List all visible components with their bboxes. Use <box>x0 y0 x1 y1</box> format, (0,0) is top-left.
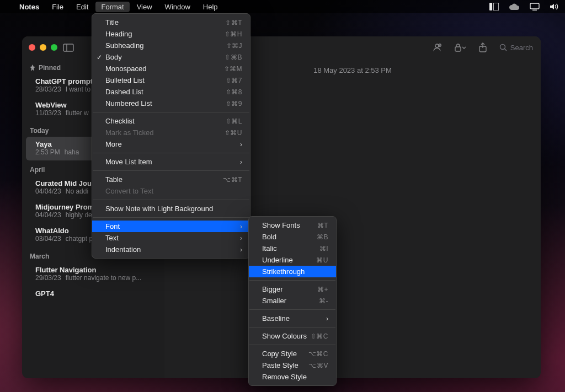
menu-shortcut: ⌘U <box>316 256 328 264</box>
font-bigger[interactable]: Bigger⌘+ <box>249 283 336 295</box>
format-more[interactable]: More› <box>92 138 250 150</box>
font-baseline[interactable]: Baseline› <box>249 313 336 324</box>
search-field[interactable]: Search <box>499 44 533 52</box>
menu-separator <box>249 309 335 310</box>
font-strikethrough[interactable]: Strikethrough <box>249 266 336 277</box>
menu-shortcut: ⇧⌘C <box>311 332 328 340</box>
menu-shortcut: ⇧⌘M <box>224 65 243 73</box>
svg-rect-1 <box>493 3 499 10</box>
menu-item-label: Bold <box>262 233 276 241</box>
format-font[interactable]: Font› <box>92 221 250 232</box>
menu-separator <box>93 153 249 153</box>
menu-separator <box>249 280 335 281</box>
note-subline: 29/03/23flutter navigate to new p... <box>35 274 157 282</box>
menu-item-label: Monospaced <box>105 65 146 73</box>
font-submenu: Show Fonts⌘TBold⌘BItalic⌘IUnderline⌘UStr… <box>248 216 337 386</box>
menubar-file[interactable]: File <box>46 2 69 12</box>
menu-item-label: Smaller <box>262 297 286 305</box>
note-list-item[interactable]: Flutter Navigation29/03/23flutter naviga… <box>22 262 164 286</box>
maximize-button[interactable] <box>51 44 57 51</box>
note-list-item[interactable]: GPT4 <box>22 286 164 302</box>
menubar-help[interactable]: Help <box>198 2 223 12</box>
chevron-right-icon: › <box>229 246 242 254</box>
menu-shortcut: ⌥⌘T <box>223 176 242 184</box>
menu-item-label: Mark as Ticked <box>105 128 153 137</box>
menu-item-label: Underline <box>262 256 293 264</box>
menu-separator <box>93 112 249 112</box>
search-placeholder: Search <box>510 44 533 52</box>
font-copy-style[interactable]: Copy Style⌥⌘C <box>249 348 336 359</box>
display-icon[interactable] <box>530 3 540 10</box>
icloud-icon[interactable] <box>509 3 520 10</box>
format-dashed-list[interactable]: Dashed List⇧⌘8 <box>92 86 250 98</box>
menu-shortcut: ⇧⌘B <box>225 53 242 61</box>
menu-shortcut: ⌘I <box>319 245 328 253</box>
menu-item-label: Text <box>105 234 119 242</box>
format-body[interactable]: ✓Body⇧⌘B <box>92 51 250 63</box>
menu-separator <box>93 217 249 218</box>
menu-item-label: Subheading <box>105 41 143 50</box>
menu-item-label: Copy Style <box>262 350 297 358</box>
collaborate-icon[interactable] <box>432 43 442 52</box>
volume-icon[interactable] <box>550 3 559 10</box>
chevron-right-icon: › <box>315 315 328 323</box>
format-monospaced[interactable]: Monospaced⇧⌘M <box>92 63 250 74</box>
toggle-sidebar-icon[interactable] <box>63 44 74 52</box>
menu-item-label: Table <box>105 175 122 184</box>
format-text[interactable]: Text› <box>92 232 250 244</box>
menu-separator <box>249 345 335 345</box>
font-smaller[interactable]: Smaller⌘- <box>249 295 336 307</box>
font-bold[interactable]: Bold⌘B <box>249 231 336 243</box>
menu-shortcut: ⇧⌘T <box>225 19 242 26</box>
menu-shortcut: ⇧⌘7 <box>226 77 242 84</box>
format-table[interactable]: Table⌥⌘T <box>92 174 250 185</box>
menu-item-label: More <box>105 140 122 148</box>
format-mark-as-ticked: Mark as Ticked⇧⌘U <box>92 127 250 138</box>
menu-shortcut: ⇧⌘L <box>226 117 242 125</box>
close-button[interactable] <box>29 44 35 51</box>
menu-item-label: Bigger <box>262 285 283 293</box>
font-remove-style[interactable]: Remove Style <box>249 371 336 383</box>
menu-item-label: Bulleted List <box>105 76 145 84</box>
format-title[interactable]: Title⇧⌘T <box>92 17 250 28</box>
svg-line-23 <box>504 49 507 51</box>
font-underline[interactable]: Underline⌘U <box>249 254 336 266</box>
format-show-note-with-light-background[interactable]: Show Note with Light Background <box>92 203 250 214</box>
menubar-edit[interactable]: Edit <box>71 2 94 12</box>
menu-item-label: Remove Style <box>262 373 307 381</box>
menubar-format[interactable]: Format <box>95 2 129 12</box>
font-show-fonts[interactable]: Show Fonts⌘T <box>249 219 336 231</box>
menu-item-label: Baseline <box>262 314 290 323</box>
note-title: GPT4 <box>35 289 157 298</box>
stage-manager-icon[interactable] <box>489 3 499 10</box>
format-move-list-item[interactable]: Move List Item› <box>92 156 250 168</box>
format-numbered-list[interactable]: Numbered List⇧⌘9 <box>92 98 250 109</box>
menu-item-label: Checklist <box>105 117 135 125</box>
menu-shortcut: ⇧⌘U <box>225 129 242 137</box>
chevron-right-icon: › <box>229 234 242 242</box>
format-bulleted-list[interactable]: Bulleted List⇧⌘7 <box>92 74 250 86</box>
font-italic[interactable]: Italic⌘I <box>249 243 336 254</box>
format-indentation[interactable]: Indentation› <box>92 244 250 255</box>
minimize-button[interactable] <box>40 44 46 51</box>
svg-rect-0 <box>489 3 492 10</box>
format-checklist[interactable]: Checklist⇧⌘L <box>92 115 250 127</box>
menubar-view[interactable]: View <box>131 2 158 12</box>
font-show-colours[interactable]: Show Colours⇧⌘C <box>249 330 336 342</box>
menu-item-label: Show Colours <box>262 332 307 340</box>
lock-menu-icon[interactable] <box>454 43 466 52</box>
share-icon[interactable] <box>478 42 487 52</box>
app-menu[interactable]: Notes <box>14 2 45 12</box>
menu-item-label: Show Fonts <box>262 221 300 229</box>
menu-shortcut: ⌘- <box>319 297 328 305</box>
format-heading[interactable]: Heading⇧⌘H <box>92 28 250 40</box>
format-subheading[interactable]: Subheading⇧⌘J <box>92 40 250 51</box>
font-paste-style[interactable]: Paste Style⌥⌘V <box>249 359 336 371</box>
format-convert-to-text: Convert to Text <box>92 185 250 197</box>
svg-rect-4 <box>63 44 73 51</box>
menu-item-label: Convert to Text <box>105 187 153 195</box>
menu-shortcut: ⌘T <box>317 222 328 229</box>
menu-shortcut: ⇧⌘J <box>226 42 243 50</box>
menu-item-label: Numbered List <box>105 99 152 108</box>
menubar-window[interactable]: Window <box>159 2 196 12</box>
